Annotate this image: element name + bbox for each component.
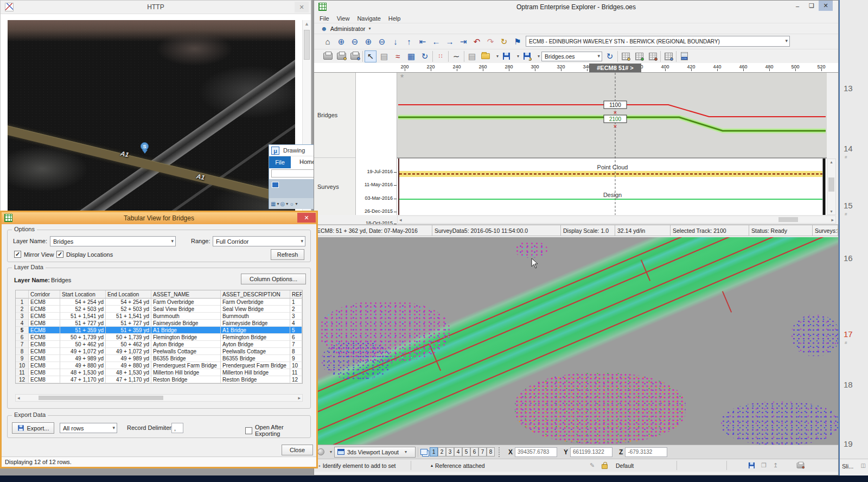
tabular-titlebar[interactable]: Tabular View for Bridges [2, 212, 316, 224]
page-setup-icon[interactable] [378, 50, 390, 62]
tab-file[interactable]: File [269, 156, 291, 168]
select-tool-icon[interactable] [365, 50, 376, 62]
lock-icon[interactable] [602, 462, 608, 469]
column-header[interactable]: ASSET_DESCRIPTION [221, 290, 290, 299]
log-icon[interactable] [678, 50, 690, 62]
report-table-icon[interactable] [662, 50, 674, 62]
zoom-in-step-icon[interactable] [362, 36, 374, 48]
slide-number[interactable]: 15 [844, 201, 853, 210]
refresh-button[interactable]: Refresh [271, 249, 304, 260]
waveform-icon[interactable] [450, 50, 462, 62]
tool-status-icon[interactable]: ✎ [590, 462, 595, 469]
chart-horizontal-scrollbar[interactable]: ◂ ▸ [397, 215, 836, 224]
slide-number[interactable]: 17 [844, 329, 853, 339]
menu-view[interactable]: View [337, 15, 350, 22]
refresh-icon[interactable] [419, 50, 431, 62]
table-view-icon[interactable] [405, 50, 417, 62]
go-last-icon[interactable] [457, 36, 469, 48]
print-edit-icon[interactable] [335, 50, 347, 62]
slide-number[interactable]: 19 [844, 439, 853, 448]
display-locations-checkbox[interactable]: Display Locations [56, 251, 113, 258]
move-up-icon[interactable] [403, 36, 415, 48]
scroll-down-icon[interactable]: ▾ [827, 209, 835, 214]
chevron-down-icon[interactable] [538, 54, 540, 59]
track-bridges-label[interactable]: Bridges [314, 73, 355, 158]
undo-icon[interactable] [471, 36, 483, 48]
scroll-left-icon[interactable]: ◂ [399, 217, 402, 223]
active-level[interactable]: Default [616, 462, 634, 469]
file-select[interactable]: Bridges.oes ▾ [541, 52, 602, 61]
open-folder-icon[interactable] [480, 50, 492, 62]
export-rows-select[interactable]: All rows ▾ [60, 423, 117, 433]
range-select[interactable]: Full Corridor ▾ [213, 236, 305, 246]
view-button-5[interactable]: 5 [462, 447, 470, 456]
scroll-right-icon[interactable]: ▸ [831, 217, 834, 223]
chainage-ruler[interactable]: 2002202402602803003203403603804004204404… [314, 63, 838, 73]
view-rotate-icon[interactable] [317, 448, 324, 455]
scroll-thumb[interactable] [39, 396, 163, 400]
close-icon[interactable] [295, 2, 309, 12]
scroll-up-icon[interactable]: ▴ [827, 160, 835, 164]
track-surveys-label[interactable]: Surveys [314, 158, 355, 215]
point-cloud-viewport[interactable] [314, 236, 838, 445]
scroll-left-icon[interactable]: ◂ [17, 395, 20, 401]
upload-icon[interactable]: ↥ [773, 462, 778, 469]
view-button-6[interactable]: 6 [470, 447, 478, 456]
bookmark-icon[interactable] [512, 36, 524, 48]
table-row[interactable]: 7ECM850 + 462 yd50 + 462 ydAyton BridgeA… [16, 341, 302, 348]
chevron-down-icon[interactable] [368, 26, 371, 31]
fill-icon[interactable]: ◎ [280, 201, 285, 207]
fit-view-icon[interactable] [322, 36, 334, 48]
scroll-thumb[interactable] [778, 217, 798, 222]
layer-name-select[interactable]: Bridges ▾ [50, 236, 176, 246]
slide-number[interactable]: 16 [844, 253, 853, 263]
http-titlebar[interactable]: HTTP [1, 1, 311, 14]
slide-number[interactable]: 14 [844, 144, 853, 153]
redo-icon[interactable] [484, 36, 496, 48]
zoom-out-icon[interactable] [349, 36, 361, 48]
go-forward-icon[interactable] [444, 36, 456, 48]
save-status-icon[interactable] [748, 462, 755, 469]
chevron-down-icon[interactable] [517, 54, 519, 59]
column-header[interactable]: Corridor [29, 290, 60, 299]
optram-titlebar[interactable]: Optram Enterprise Explorer - Bridges.oes [314, 1, 838, 14]
table-row[interactable]: 5ECM851 + 359 yd51 + 359 ydA1 BridgeA1 B… [16, 327, 302, 334]
chart-view-icon[interactable] [392, 50, 404, 62]
display-style-icon[interactable]: ▦ [271, 201, 276, 207]
cascade-views-icon[interactable] [420, 449, 427, 455]
brightness-icon[interactable]: ☼ [289, 201, 294, 207]
save-as-icon[interactable] [521, 50, 533, 62]
view-button-1[interactable]: 1 [430, 447, 438, 456]
view-button-3[interactable]: 3 [446, 447, 454, 456]
go-back-icon[interactable] [430, 36, 442, 48]
open-after-exporting-checkbox[interactable]: Open After Exporting [245, 424, 310, 437]
view-button-7[interactable]: 7 [478, 447, 487, 456]
table-row[interactable]: 12ECM847 + 1,170 yd47 + 1,170 ydReston B… [16, 376, 302, 383]
go-to-icon[interactable] [498, 36, 510, 48]
menu-navigate[interactable]: Navigate [357, 15, 380, 22]
history-icon[interactable]: ❐ [761, 462, 767, 469]
close-icon[interactable] [297, 213, 316, 223]
print-icon[interactable] [322, 50, 334, 62]
view-button-2[interactable]: 2 [438, 447, 446, 456]
menu-file[interactable]: File [320, 15, 329, 22]
move-down-icon[interactable] [390, 36, 401, 48]
table-row[interactable]: 6ECM850 + 1,739 yd50 + 1,739 ydFlemingto… [16, 334, 302, 341]
chevron-down-icon[interactable] [330, 449, 332, 454]
column-options-button[interactable]: Column Options... [241, 274, 306, 284]
table-row[interactable]: 1ECM854 + 254 yd54 + 254 ydFarm Overbrid… [16, 299, 302, 306]
scroll-up-icon[interactable]: ▲ [303, 21, 311, 27]
column-header[interactable]: Start Location [60, 290, 106, 299]
table-horizontal-scrollbar[interactable]: ◂ ▸ [15, 394, 303, 402]
view-button-8[interactable]: 8 [487, 447, 495, 456]
close-button[interactable]: Close [282, 445, 313, 455]
table-row[interactable]: 10ECM849 + 880 yd49 + 880 ydPrenderguest… [16, 362, 302, 369]
slide-number[interactable]: 18 [844, 380, 853, 389]
surveys-vertical-scrollbar[interactable]: ▴ ▾ [827, 158, 836, 215]
map-marker[interactable]: S [141, 142, 149, 150]
table-row[interactable]: 3ECM851 + 1,541 yd51 + 1,541 ydBurnmouth… [16, 313, 302, 320]
alert-icon[interactable] [796, 462, 805, 469]
x-coordinate-field[interactable]: 394357.6783 [515, 447, 557, 457]
print-preview-icon[interactable] [349, 50, 361, 62]
drawing-search-input[interactable] [271, 169, 320, 177]
